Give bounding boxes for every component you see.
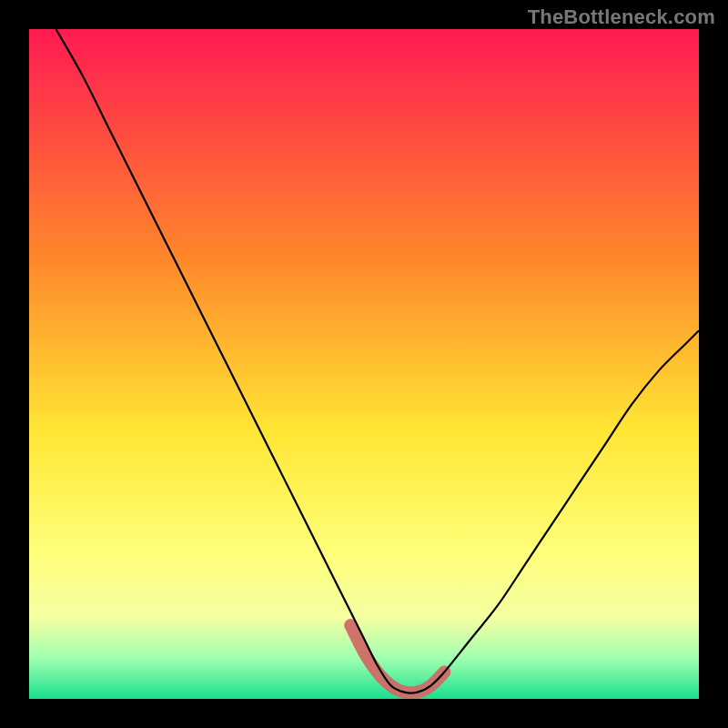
chart-frame: TheBottleneck.com [0,0,728,728]
bottleneck-curve-line [56,29,699,693]
plot-area [29,29,699,699]
watermark-text: TheBottleneck.com [528,5,715,29]
optimal-range-highlight [350,625,444,693]
gradient-background [29,29,699,699]
